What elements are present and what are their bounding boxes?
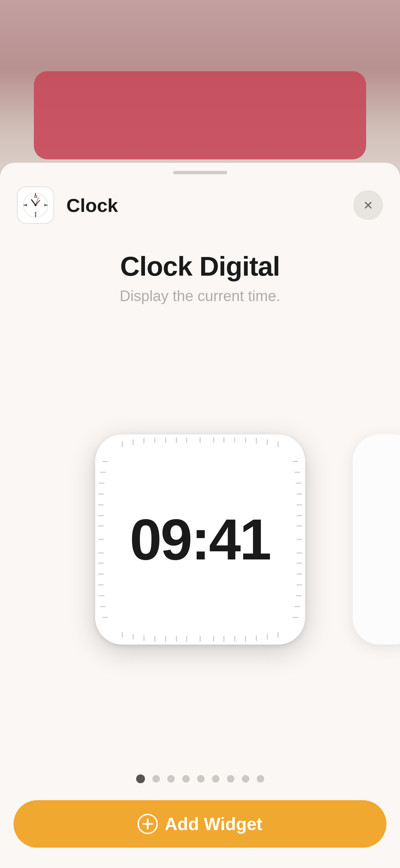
svg-text:12: 12	[34, 195, 37, 198]
page-dot-4[interactable]	[197, 775, 205, 783]
background-card	[34, 71, 366, 159]
svg-text:9: 9	[25, 203, 27, 207]
close-button[interactable]	[353, 190, 383, 220]
app-icon: 12 6 3 9	[17, 186, 54, 224]
page-dot-2[interactable]	[167, 775, 175, 783]
page-dot-7[interactable]	[242, 775, 249, 783]
page-dot-0[interactable]	[136, 774, 145, 783]
page-dot-6[interactable]	[227, 775, 234, 783]
widget-preview-area: 09:41	[0, 304, 400, 774]
page-dot-1[interactable]	[152, 775, 160, 783]
page-indicator	[136, 774, 264, 783]
partial-next-widget	[353, 434, 400, 645]
widget-title: Clock Digital	[120, 251, 280, 282]
add-widget-label: Add Widget	[165, 814, 262, 834]
plus-icon	[138, 814, 158, 834]
svg-point-13	[35, 204, 37, 206]
clock-widget: 09:41	[95, 434, 305, 645]
svg-text:3: 3	[44, 203, 45, 207]
page-dot-5[interactable]	[212, 775, 219, 783]
bottom-sheet: 12 6 3 9 Clock Clock Digital Display	[0, 163, 400, 868]
title-section: Clock Digital Display the current time.	[99, 251, 300, 304]
drag-handle[interactable]	[173, 171, 227, 174]
app-name-label: Clock	[66, 194, 353, 216]
header-row: 12 6 3 9 Clock	[0, 174, 400, 224]
clock-app-icon-svg: 12 6 3 9	[21, 190, 50, 220]
add-widget-button[interactable]: Add Widget	[14, 800, 386, 848]
close-icon	[362, 199, 374, 211]
widget-subtitle: Display the current time.	[120, 288, 280, 304]
page-dot-8[interactable]	[257, 775, 264, 783]
page-dot-3[interactable]	[182, 775, 190, 783]
clock-time-display: 09:41	[130, 506, 270, 573]
svg-text:6: 6	[35, 211, 36, 215]
